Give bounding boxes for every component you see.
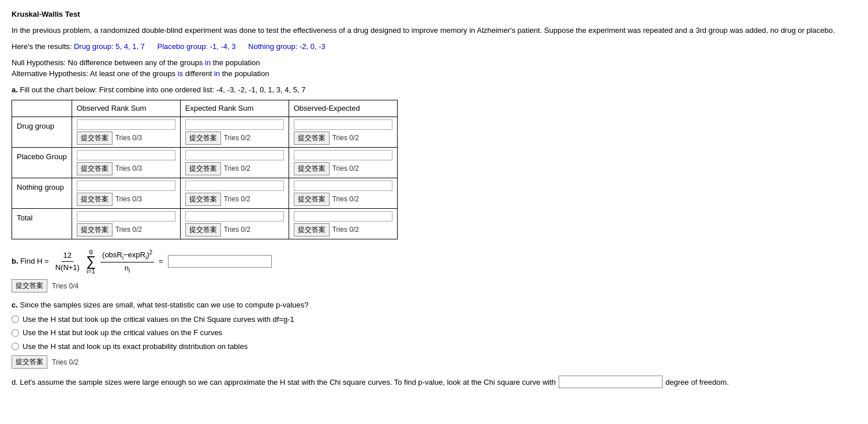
col-header-empty — [12, 100, 72, 117]
drug-obs-top-input[interactable] — [77, 119, 175, 130]
part-b-answer-input[interactable] — [168, 255, 272, 268]
row-label-placebo: Placebo Group — [12, 147, 72, 178]
part-d-answer-input[interactable] — [559, 376, 663, 388]
total-obs-tries: Tries 0/2 — [115, 224, 142, 235]
radio-option-2[interactable]: Use the H stat but look up the critical … — [12, 327, 856, 339]
placebo-obs-cell: 提交答案 Tries 0/3 — [72, 147, 180, 178]
nothing-obs-submit[interactable]: 提交答案 — [77, 193, 113, 206]
radio-f-curves[interactable] — [12, 329, 19, 337]
drug-results: Drug group: 5, 4, 1, 7 — [74, 42, 145, 51]
results-label: Here's the results: — [12, 42, 72, 51]
row-label-drug: Drug group — [12, 117, 72, 147]
radio-chi-square[interactable] — [12, 316, 19, 323]
total-diff-tries: Tries 0/2 — [332, 224, 359, 235]
inner-fraction: (obsRi−expRi)2 ni — [100, 248, 154, 275]
main-fraction: 12 N(N+1) — [54, 250, 81, 273]
drug-exp-submit[interactable]: 提交答案 — [185, 132, 221, 145]
total-diff-cell: 提交答案 Tries 0/2 — [289, 208, 397, 239]
col-header-expected: Expected Rank Sum — [180, 100, 289, 117]
nothing-obs-top-input[interactable] — [77, 181, 175, 191]
radio-option-1[interactable]: Use the H stat but look up the critical … — [12, 314, 856, 325]
part-b-formula-row: b. Find H = 12 N(N+1) g ∑ i=1 (obsRi−exp… — [12, 248, 856, 275]
nothing-results: Nothing group: -2, 0, -3 — [248, 42, 326, 51]
placebo-exp-tries: Tries 0/2 — [224, 163, 250, 174]
nothing-exp-cell: 提交答案 Tries 0/2 — [180, 178, 289, 208]
drug-diff-top-input[interactable] — [294, 119, 392, 130]
placebo-exp-top-input[interactable] — [185, 150, 284, 160]
drug-obs-tries: Tries 0/3 — [115, 133, 142, 143]
table-row: Total 提交答案 Tries 0/2 提交答案 Tries 0/2 — [12, 208, 398, 239]
part-c-question: c. Since the samples sizes are small, wh… — [12, 299, 856, 311]
placebo-diff-top-input[interactable] — [294, 150, 392, 160]
part-c-submit[interactable]: 提交答案 — [12, 355, 47, 369]
drug-exp-cell: 提交答案 Tries 0/2 — [180, 117, 289, 147]
drug-diff-cell: 提交答案 Tries 0/2 — [289, 117, 397, 147]
table-row: Drug group 提交答案 Tries 0/3 提交答案 Tries 0/2 — [12, 117, 398, 147]
placebo-exp-cell: 提交答案 Tries 0/2 — [180, 147, 289, 178]
total-diff-submit[interactable]: 提交答案 — [294, 223, 330, 237]
drug-exp-tries: Tries 0/2 — [224, 133, 250, 143]
sigma-block: g ∑ i=1 — [86, 248, 96, 275]
drug-diff-submit[interactable]: 提交答案 — [294, 132, 330, 145]
null-hypothesis: Null Hypothesis: No difference between a… — [12, 57, 856, 69]
placebo-diff-submit[interactable]: 提交答案 — [294, 162, 330, 175]
part-a-label: a. Fill out the chart below: First combi… — [12, 84, 856, 96]
table-row: Nothing group 提交答案 Tries 0/3 提交答案 Tries … — [12, 178, 398, 208]
part-c-submit-row: 提交答案 Tries 0/2 — [12, 355, 856, 369]
nothing-exp-tries: Tries 0/2 — [224, 194, 250, 204]
radio-exact-prob[interactable] — [12, 343, 19, 350]
placebo-obs-tries: Tries 0/3 — [115, 163, 142, 174]
inner-denom: ni — [123, 262, 132, 275]
nothing-obs-tries: Tries 0/3 — [115, 194, 142, 204]
radio-label-1: Use the H stat but look up the critical … — [23, 314, 294, 325]
placebo-diff-tries: Tries 0/2 — [332, 163, 359, 174]
fraction-denom: N(N+1) — [54, 262, 81, 273]
fraction-numer: 12 — [62, 250, 73, 262]
nothing-exp-top-input[interactable] — [185, 181, 284, 191]
total-obs-top-input[interactable] — [77, 211, 175, 222]
row-label-nothing: Nothing group — [12, 178, 72, 208]
nothing-diff-submit[interactable]: 提交答案 — [294, 193, 330, 206]
part-b-tries: Tries 0/4 — [52, 281, 78, 291]
part-b-submit[interactable]: 提交答案 — [12, 279, 47, 292]
part-c-section: c. Since the samples sizes are small, wh… — [12, 299, 856, 369]
placebo-exp-submit[interactable]: 提交答案 — [185, 162, 221, 175]
total-obs-cell: 提交答案 Tries 0/2 — [72, 208, 180, 239]
sigma-char: ∑ — [86, 254, 96, 268]
sigma-sub: i=1 — [87, 268, 95, 275]
part-b-label: b. Find H = — [12, 256, 49, 267]
placebo-obs-top-input[interactable] — [77, 150, 175, 160]
equals-sign: = — [159, 256, 163, 267]
part-b-section: b. Find H = 12 N(N+1) g ∑ i=1 (obsRi−exp… — [12, 248, 856, 293]
placebo-results: Placebo group: -1, -4, 3 — [158, 42, 236, 51]
radio-label-3: Use the H stat and look up its exact pro… — [23, 341, 248, 352]
nothing-diff-cell: 提交答案 Tries 0/2 — [289, 178, 397, 208]
total-diff-top-input[interactable] — [294, 211, 392, 222]
total-exp-top-input[interactable] — [185, 211, 284, 222]
alt-hypothesis: Alternative Hypothesis: At least one of … — [12, 68, 856, 80]
drug-exp-top-input[interactable] — [185, 119, 284, 130]
intro-paragraph: In the previous problem, a randomized do… — [12, 25, 856, 37]
hypothesis-block: Null Hypothesis: No difference between a… — [12, 57, 856, 80]
total-exp-submit[interactable]: 提交答案 — [185, 223, 221, 237]
nothing-diff-tries: Tries 0/2 — [332, 194, 359, 204]
part-d-label-start: d. Let's assume the sample sizes were la… — [12, 377, 556, 388]
inner-numer: (obsRi−expRi)2 — [100, 248, 154, 262]
drug-obs-submit[interactable]: 提交答案 — [77, 132, 113, 145]
col-header-observed: Observed Rank Sum — [72, 100, 180, 117]
part-d-label-end: degree of freedom. — [665, 377, 729, 388]
total-exp-tries: Tries 0/2 — [224, 224, 250, 235]
rank-table: Observed Rank Sum Expected Rank Sum Obse… — [12, 100, 398, 239]
nothing-exp-submit[interactable]: 提交答案 — [185, 193, 221, 206]
part-b-submit-row: 提交答案 Tries 0/4 — [12, 279, 856, 292]
total-obs-submit[interactable]: 提交答案 — [77, 223, 113, 237]
placebo-diff-cell: 提交答案 Tries 0/2 — [289, 147, 397, 178]
radio-option-3[interactable]: Use the H stat and look up its exact pro… — [12, 341, 856, 352]
nothing-diff-top-input[interactable] — [294, 181, 392, 191]
drug-obs-cell: 提交答案 Tries 0/3 — [72, 117, 180, 147]
total-exp-cell: 提交答案 Tries 0/2 — [180, 208, 289, 239]
col-header-diff: Observed-Expected — [289, 100, 397, 117]
part-d-section: d. Let's assume the sample sizes were la… — [12, 376, 856, 388]
placebo-obs-submit[interactable]: 提交答案 — [77, 162, 113, 175]
part-c-tries: Tries 0/2 — [52, 357, 78, 367]
